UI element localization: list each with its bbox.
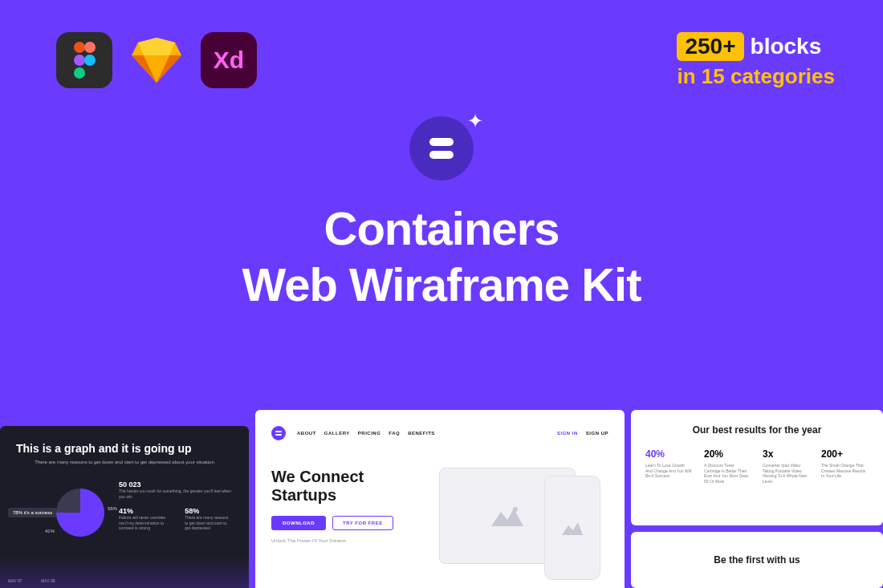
phone-mockup-icon xyxy=(544,476,600,580)
download-button[interactable]: DOWNLOAD xyxy=(271,516,326,530)
sketch-icon xyxy=(128,32,185,88)
svg-point-3 xyxy=(84,55,96,66)
signin-link[interactable]: SIGN IN xyxy=(557,431,578,436)
area-chart-icon xyxy=(0,556,249,588)
preview-strip: This is a graph and it is going up There… xyxy=(0,395,883,588)
result-stat: 20% A Discount Toner Cartridge Is Better… xyxy=(704,448,751,484)
results-title: Our best results for the year xyxy=(645,424,869,436)
svg-point-4 xyxy=(74,67,85,79)
graph-subtitle: There are many reasons to get down and s… xyxy=(16,460,233,464)
success-badge: 78% it's a success xyxy=(8,508,57,517)
result-stat: 3x Converter Ipod Video Taking Portable … xyxy=(763,448,810,484)
landing-tagline: Unlock The Power Of Your Dreams xyxy=(271,538,423,543)
pie-chart-icon xyxy=(56,489,104,537)
blocks-label: blocks xyxy=(751,34,822,59)
signup-link[interactable]: SIGN UP xyxy=(586,431,608,436)
preview-graph-card: This is a graph and it is going up There… xyxy=(0,426,249,588)
categories-label: in 15 categories xyxy=(677,64,835,89)
month-axis: MAY 07MAY 08 xyxy=(8,578,55,583)
preview-landing-card: ABOUT GALLERY PRICING FAQ BENEFITS SIGN … xyxy=(255,410,625,588)
blocks-count-badge: 250+ xyxy=(677,32,743,61)
svg-marker-10 xyxy=(491,509,523,526)
preview-results-card: Our best results for the year 40% Learn … xyxy=(631,410,883,525)
brand-logo: ✦ xyxy=(409,116,474,180)
sparkle-icon: ✦ xyxy=(467,110,483,132)
app-icons-row: Xd xyxy=(56,32,257,88)
xd-icon: Xd xyxy=(201,32,257,88)
hero-title: Containers Web Wiraframe Kit xyxy=(0,201,883,312)
blocks-callout: 250+ blocks in 15 categories xyxy=(677,32,835,89)
nav-item[interactable]: GALLERY xyxy=(324,431,350,436)
preview-first-card: Be the first with us xyxy=(631,532,883,588)
svg-rect-1 xyxy=(84,42,96,53)
preview-right-column: Our best results for the year 40% Learn … xyxy=(631,410,883,588)
svg-point-11 xyxy=(513,507,518,512)
graph-title: This is a graph and it is going up xyxy=(16,442,233,455)
result-stat: 40% Learn To Lose Growth And Change And … xyxy=(645,448,693,484)
first-title: Be the first with us xyxy=(714,554,800,566)
nav-item[interactable]: ABOUT xyxy=(297,431,316,436)
nav-item[interactable]: PRICING xyxy=(358,431,381,436)
try-free-button[interactable]: TRY FOR FREE xyxy=(332,516,393,530)
landing-headline: We Connect Startups xyxy=(271,468,423,505)
nav-item[interactable]: BENEFITS xyxy=(408,431,435,436)
figma-icon xyxy=(56,32,112,88)
svg-marker-6 xyxy=(138,38,175,55)
svg-point-2 xyxy=(74,55,85,66)
svg-marker-12 xyxy=(562,522,583,535)
result-stat: 200+ The Small Change That Creates Massi… xyxy=(821,448,869,484)
preview-nav: ABOUT GALLERY PRICING FAQ BENEFITS SIGN … xyxy=(271,426,608,440)
mini-logo-icon xyxy=(271,426,286,440)
svg-point-0 xyxy=(74,42,85,53)
nav-item[interactable]: FAQ xyxy=(389,431,400,436)
